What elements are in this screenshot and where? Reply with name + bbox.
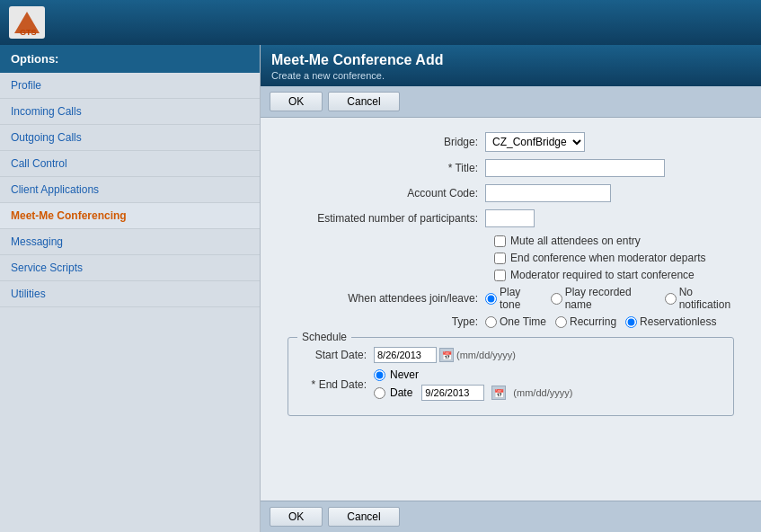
no-notification-option: No notification bbox=[665, 286, 743, 311]
moderator-checkbox[interactable] bbox=[494, 270, 506, 281]
page-subtitle: Create a new conference. bbox=[271, 70, 750, 81]
end-date-label: * End Date: bbox=[302, 378, 374, 391]
mute-checkbox[interactable] bbox=[494, 235, 506, 247]
account-code-input[interactable] bbox=[485, 184, 611, 202]
end-conference-checkbox[interactable] bbox=[494, 253, 506, 264]
play-tone-option: Play tone bbox=[485, 286, 542, 311]
mute-label: Mute all attendees on entry bbox=[510, 235, 641, 247]
play-recorded-label: Play recorded name bbox=[565, 286, 656, 311]
recurring-option: Recurring bbox=[555, 315, 616, 328]
bridge-row: Bridge: CZ_ConfBridge bbox=[279, 132, 743, 152]
one-time-label: One Time bbox=[500, 315, 546, 328]
end-date-options: Never Date 📅 (mm/dd/yyyy) bbox=[374, 368, 572, 401]
never-radio[interactable] bbox=[374, 369, 385, 381]
participants-label: Estimated number of participants: bbox=[279, 212, 485, 225]
sidebar-item-incoming-calls[interactable]: Incoming Calls bbox=[0, 99, 260, 125]
account-code-row: Account Code: bbox=[279, 184, 743, 202]
moderator-row: Moderator required to start conference bbox=[494, 269, 743, 281]
join-leave-label: When attendees join/leave: bbox=[279, 292, 485, 305]
main-content: Meet-Me Conference Add Create a new conf… bbox=[261, 45, 761, 532]
cancel-button-bottom[interactable]: Cancel bbox=[328, 507, 399, 527]
schedule-section: Schedule Start Date: 📅 (mm/dd/yyyy) * En… bbox=[288, 337, 734, 416]
sidebar-nav: ProfileIncoming CallsOutgoing CallsCall … bbox=[0, 73, 260, 307]
never-label: Never bbox=[390, 368, 419, 381]
title-input[interactable] bbox=[485, 159, 665, 177]
schedule-legend: Schedule bbox=[297, 331, 351, 343]
app-header: GTS bbox=[0, 0, 761, 45]
sidebar-item-outgoing-calls[interactable]: Outgoing Calls bbox=[0, 125, 260, 151]
options-header: Options: bbox=[0, 45, 260, 73]
bottom-toolbar: OK Cancel bbox=[261, 501, 761, 532]
no-notification-label: No notification bbox=[679, 286, 743, 311]
no-notification-radio[interactable] bbox=[665, 293, 677, 305]
type-row: Type: One Time Recurring Reservationless bbox=[279, 315, 743, 328]
date-label: Date bbox=[390, 386, 412, 399]
start-date-label: Start Date: bbox=[302, 349, 374, 361]
end-conference-label: End conference when moderator departs bbox=[510, 252, 705, 264]
start-date-calendar-icon[interactable]: 📅 bbox=[439, 348, 454, 362]
date-radio[interactable] bbox=[374, 387, 385, 399]
sidebar-item-service-scripts[interactable]: Service Scripts bbox=[0, 255, 260, 281]
recurring-radio[interactable] bbox=[555, 316, 567, 328]
bridge-label: Bridge: bbox=[279, 136, 485, 148]
one-time-radio[interactable] bbox=[485, 316, 497, 328]
sidebar-item-client-applications[interactable]: Client Applications bbox=[0, 177, 260, 203]
end-date-format: (mm/dd/yyyy) bbox=[513, 387, 572, 398]
bridge-select[interactable]: CZ_ConfBridge bbox=[485, 132, 585, 152]
main-header: Meet-Me Conference Add Create a new conf… bbox=[261, 45, 761, 86]
page-title: Meet-Me Conference Add bbox=[271, 52, 750, 68]
end-date-calendar-icon[interactable]: 📅 bbox=[491, 386, 506, 400]
recurring-label: Recurring bbox=[570, 315, 616, 328]
participants-row: Estimated number of participants: bbox=[279, 209, 743, 227]
start-date-format: (mm/dd/yyyy) bbox=[456, 350, 516, 360]
play-tone-label: Play tone bbox=[500, 286, 542, 311]
play-recorded-option: Play recorded name bbox=[551, 286, 656, 311]
end-date-required: * bbox=[312, 378, 316, 391]
play-tone-radio[interactable] bbox=[485, 293, 497, 305]
reservationless-radio[interactable] bbox=[625, 316, 637, 328]
end-conference-row: End conference when moderator departs bbox=[494, 252, 743, 264]
account-code-label: Account Code: bbox=[279, 187, 485, 200]
play-recorded-radio[interactable] bbox=[551, 293, 562, 305]
end-date-specific-row: Date 📅 (mm/dd/yyyy) bbox=[374, 385, 572, 401]
app-logo: GTS bbox=[9, 6, 45, 39]
start-date-row: Start Date: 📅 (mm/dd/yyyy) bbox=[302, 347, 720, 363]
ok-button-top[interactable]: OK bbox=[270, 92, 323, 111]
sidebar-item-call-control[interactable]: Call Control bbox=[0, 151, 260, 177]
ok-button-bottom[interactable]: OK bbox=[270, 507, 323, 527]
join-leave-row: When attendees join/leave: Play tone Pla… bbox=[279, 286, 743, 311]
mute-row: Mute all attendees on entry bbox=[494, 235, 743, 247]
form-area: Bridge: CZ_ConfBridge * Title: Account C… bbox=[261, 118, 761, 501]
participants-input[interactable] bbox=[485, 209, 535, 227]
type-options: One Time Recurring Reservationless bbox=[485, 315, 716, 328]
sidebar: Options: ProfileIncoming CallsOutgoing C… bbox=[0, 45, 261, 532]
one-time-option: One Time bbox=[485, 315, 546, 328]
title-label: * Title: bbox=[279, 162, 485, 174]
type-label: Type: bbox=[279, 315, 485, 328]
title-row: * Title: bbox=[279, 159, 743, 177]
sidebar-item-utilities[interactable]: Utilities bbox=[0, 281, 260, 307]
sidebar-item-profile[interactable]: Profile bbox=[0, 73, 260, 99]
end-never-row: Never bbox=[374, 368, 572, 381]
end-date-input[interactable] bbox=[421, 385, 484, 401]
reservationless-label: Reservationless bbox=[640, 315, 716, 328]
join-leave-options: Play tone Play recorded name No notifica… bbox=[485, 286, 743, 311]
end-date-row: * End Date: Never Date 📅 bbox=[302, 368, 720, 401]
moderator-label: Moderator required to start conference bbox=[510, 269, 695, 281]
cancel-button-top[interactable]: Cancel bbox=[328, 92, 399, 111]
start-date-input[interactable] bbox=[374, 347, 437, 363]
reservationless-option: Reservationless bbox=[625, 315, 716, 328]
sidebar-item-messaging[interactable]: Messaging bbox=[0, 229, 260, 255]
end-date-label-text: End Date: bbox=[319, 378, 367, 391]
svg-text:GTS: GTS bbox=[20, 28, 37, 37]
top-toolbar: OK Cancel bbox=[261, 86, 761, 118]
sidebar-item-meet-me-conferencing[interactable]: Meet-Me Conferencing bbox=[0, 203, 260, 229]
